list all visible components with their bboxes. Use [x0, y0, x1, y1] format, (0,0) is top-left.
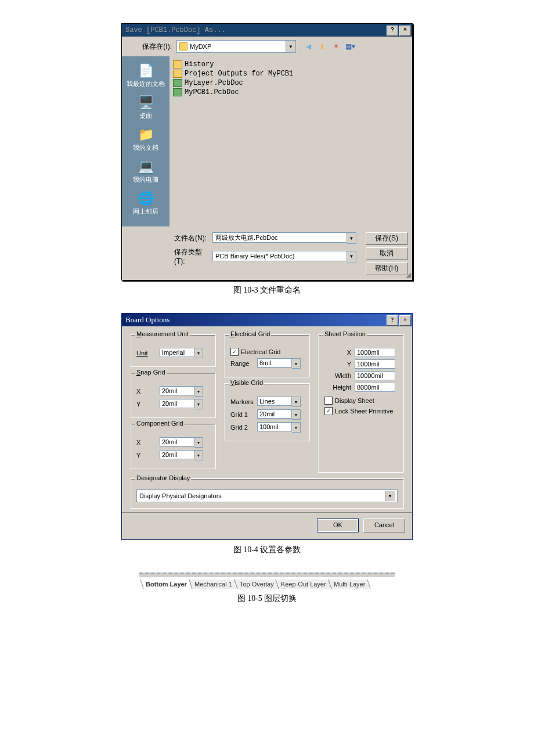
- resize-grip-icon[interactable]: ◢: [406, 271, 411, 279]
- group-legend: Designator Display: [135, 474, 191, 481]
- place-recent-label: 我最近的文档: [127, 80, 165, 88]
- y-label: Y: [136, 401, 160, 408]
- snap-y-value[interactable]: [160, 399, 194, 408]
- tab-multi-layer[interactable]: Multi-Layer: [328, 579, 371, 589]
- ok-button[interactable]: OK: [317, 519, 359, 532]
- save-type-label: 保存类型(T):: [174, 247, 212, 265]
- list-item[interactable]: MyPCB1.PcbDoc: [173, 88, 409, 97]
- markers-value[interactable]: [257, 397, 292, 406]
- chevron-down-icon[interactable]: ▼: [194, 399, 203, 409]
- group-legend: Sheet Position: [323, 330, 367, 337]
- display-sheet-checkbox[interactable]: [324, 397, 333, 405]
- help-button[interactable]: 帮助(H): [366, 262, 407, 275]
- chevron-down-icon[interactable]: ▼: [292, 397, 301, 407]
- close-titlebutton[interactable]: ×: [399, 26, 411, 36]
- sheet-y-input[interactable]: [355, 359, 395, 369]
- layer-tabs-widget: Bottom Layer Mechanical 1 Top Overlay Ke…: [139, 573, 395, 589]
- chevron-down-icon[interactable]: ▼: [194, 450, 203, 460]
- grid2-value[interactable]: [257, 422, 292, 431]
- unit-value[interactable]: [160, 348, 194, 357]
- folder-icon: [179, 42, 187, 51]
- help-titlebutton[interactable]: ?: [387, 26, 398, 36]
- designator-select[interactable]: Display Physical Designators ▼: [136, 489, 398, 502]
- comp-x-value[interactable]: [160, 437, 194, 447]
- list-item[interactable]: Project Outputs for MyPCB1: [173, 69, 409, 78]
- place-recent[interactable]: 📄 我最近的文档: [122, 61, 169, 89]
- file-list: History Project Outputs for MyPCB1 MyLay…: [173, 60, 409, 176]
- group-sheet-position: Sheet Position X Y Width Height Display …: [318, 334, 404, 473]
- markers-select[interactable]: ▼: [257, 397, 301, 407]
- group-legend: Snap Grid: [135, 369, 167, 376]
- grid1-input[interactable]: ▼: [257, 409, 301, 420]
- electrical-grid-checkbox[interactable]: ✓: [230, 348, 239, 356]
- place-mydocs[interactable]: 📁 我的文档: [122, 125, 169, 153]
- cancel-button[interactable]: 取消: [366, 247, 407, 260]
- group-legend: Visible Grid: [229, 379, 264, 386]
- x-label: X: [136, 388, 160, 395]
- filename-input[interactable]: [212, 232, 347, 243]
- snap-x-value[interactable]: [160, 386, 194, 395]
- figure-caption-3: 图 10-5 图层切换: [237, 593, 297, 604]
- titlebar: Board Options ? ×: [122, 314, 412, 326]
- group-designator-display: Designator Display Display Physical Desi…: [130, 478, 404, 509]
- group-component-grid: Component Grid X ▼ Y ▼: [130, 424, 216, 469]
- places-bar: 📄 我最近的文档 🖥️ 桌面 📁 我的文档 💻 我的电脑 🌐 网上: [122, 56, 169, 226]
- save-button[interactable]: 保存(S): [366, 232, 407, 245]
- place-mycomputer[interactable]: 💻 我的电脑: [122, 157, 169, 185]
- tab-mechanical-1[interactable]: Mechanical 1: [189, 579, 237, 589]
- back-icon[interactable]: ◀: [303, 41, 313, 52]
- range-value[interactable]: [257, 358, 292, 368]
- place-network[interactable]: 🌐 网上邻居: [122, 189, 169, 217]
- grid2-input[interactable]: ▼: [257, 422, 301, 433]
- sheet-x-input[interactable]: [355, 348, 395, 357]
- comp-y-value[interactable]: [160, 450, 194, 459]
- chevron-down-icon[interactable]: ▼: [194, 348, 203, 358]
- chevron-down-icon[interactable]: ▼: [194, 386, 203, 397]
- snap-y-input[interactable]: ▼: [160, 399, 203, 409]
- place-network-label: 网上邻居: [133, 207, 158, 216]
- newfolder-icon[interactable]: ✶: [331, 41, 341, 52]
- save-as-dialog: Save [PCB1.PcbDoc] As... ? × 保存在(I): MyD…: [121, 23, 413, 280]
- comp-x-input[interactable]: ▼: [160, 437, 203, 448]
- group-legend: Measurement Unit: [135, 330, 190, 337]
- place-desktop[interactable]: 🖥️ 桌面: [122, 93, 169, 121]
- chevron-down-icon[interactable]: ▼: [347, 251, 356, 262]
- up-icon[interactable]: ⬆: [317, 41, 327, 52]
- x-label: X: [324, 349, 355, 356]
- chevron-down-icon[interactable]: ▼: [385, 491, 395, 501]
- snap-x-input[interactable]: ▼: [160, 386, 203, 397]
- chevron-down-icon[interactable]: ▼: [292, 409, 301, 420]
- list-item[interactable]: MyLayer.PcbDoc: [173, 78, 409, 88]
- tab-bottom-layer[interactable]: Bottom Layer: [140, 579, 192, 589]
- chevron-down-icon[interactable]: ▼: [292, 422, 301, 433]
- save-in-combo[interactable]: MyDXP ▼: [176, 40, 296, 53]
- chevron-down-icon[interactable]: ▼: [286, 41, 295, 52]
- save-type-select[interactable]: [212, 251, 347, 261]
- tab-label: Keep-Out Layer: [281, 581, 326, 588]
- close-titlebutton[interactable]: ×: [399, 315, 411, 326]
- viewmenu-icon[interactable]: ▦▾: [345, 41, 355, 52]
- lock-sheet-checkbox[interactable]: ✓: [324, 407, 333, 415]
- group-electrical-grid: Electrical Grid ✓ Electrical Grid Range …: [224, 334, 310, 377]
- chevron-down-icon[interactable]: ▼: [194, 437, 203, 448]
- y-label: Y: [324, 361, 355, 368]
- title-text: Board Options: [125, 315, 169, 325]
- group-legend: Component Grid: [135, 420, 185, 427]
- unit-label: Unit: [136, 350, 160, 357]
- file-list-area[interactable]: History Project Outputs for MyPCB1 MyLay…: [169, 56, 412, 226]
- chevron-down-icon[interactable]: ▼: [347, 232, 356, 244]
- chevron-down-icon[interactable]: ▼: [292, 358, 301, 369]
- filename-label: 文件名(N):: [174, 233, 212, 243]
- range-input[interactable]: ▼: [257, 358, 301, 369]
- sheet-width-input[interactable]: [355, 371, 395, 380]
- title-text: Save [PCB1.PcbDoc] As...: [125, 26, 226, 34]
- unit-select[interactable]: ▼: [160, 348, 203, 358]
- tab-keep-out-layer[interactable]: Keep-Out Layer: [276, 579, 332, 589]
- list-item[interactable]: History: [173, 60, 409, 69]
- help-titlebutton[interactable]: ?: [387, 315, 398, 326]
- tab-top-overlay[interactable]: Top Overlay: [234, 579, 279, 589]
- sheet-height-input[interactable]: [355, 383, 395, 392]
- cancel-button[interactable]: Cancel: [363, 519, 405, 532]
- grid1-value[interactable]: [257, 409, 292, 419]
- comp-y-input[interactable]: ▼: [160, 450, 203, 460]
